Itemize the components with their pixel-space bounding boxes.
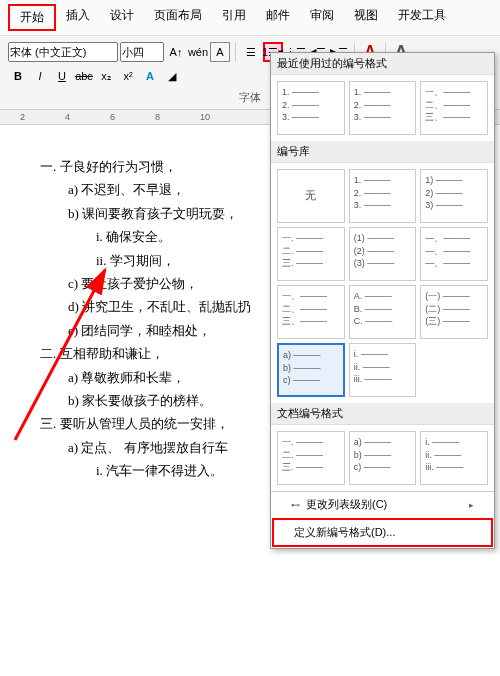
list-format-preview[interactable]: a) ———b) ———c) ———	[277, 343, 345, 397]
list-format-preview[interactable]: a) ———b) ———c) ———	[349, 431, 417, 485]
text-effects-icon[interactable]: A	[140, 66, 160, 86]
list-format-preview[interactable]: A. ———B. ———C. ———	[349, 285, 417, 339]
panel-footer: ⊷ 更改列表级别(C) ▸ 定义新编号格式(D)...	[271, 491, 494, 547]
section-library-title: 编号库	[271, 141, 494, 163]
list-format-preview[interactable]: 1. ———2. ———3. ———	[349, 169, 417, 223]
increase-font-icon[interactable]: A↑	[166, 42, 186, 62]
menubar-item-2[interactable]: 设计	[100, 4, 144, 31]
menubar-item-4[interactable]: 引用	[212, 4, 256, 31]
chevron-icon: ⊷	[291, 500, 300, 510]
list-format-preview[interactable]: 1. ———2. ———3. ———	[277, 81, 345, 135]
define-new-label: 定义新编号格式(D)...	[294, 525, 395, 540]
phonetic-guide-icon[interactable]: wén	[188, 42, 208, 62]
clear-format-icon[interactable]: ◢	[162, 66, 182, 86]
chevron-right-icon: ▸	[469, 500, 474, 510]
section-doc-title: 文档编号格式	[271, 403, 494, 425]
section-recent-title: 最近使用过的编号格式	[271, 53, 494, 75]
bold-icon[interactable]: B	[8, 66, 28, 86]
list-format-preview[interactable]: i. ———ii. ———iii. ———	[349, 343, 417, 397]
library-grid: 无1. ———2. ———3. ———1) ———2) ———3) ———一. …	[271, 163, 494, 403]
change-list-level-item[interactable]: ⊷ 更改列表级别(C) ▸	[271, 492, 494, 517]
bullet-list-icon[interactable]: ☰	[241, 42, 261, 62]
list-format-preview[interactable]: (1) ———(2) ———(3) ———	[349, 227, 417, 281]
subscript-icon[interactable]: x₂	[96, 66, 116, 86]
define-new-format-item[interactable]: 定义新编号格式(D)...	[272, 518, 493, 547]
char-border-icon[interactable]: A	[210, 42, 230, 62]
ruler-mark: 6	[110, 112, 115, 122]
menubar-item-7[interactable]: 视图	[344, 4, 388, 31]
ruler-mark: 10	[200, 112, 210, 122]
list-format-preview[interactable]: i. ———ii. ———iii. ———	[420, 431, 488, 485]
menubar-item-6[interactable]: 审阅	[300, 4, 344, 31]
font-size-select[interactable]	[120, 42, 164, 62]
menubar-item-0[interactable]: 开始	[8, 4, 56, 31]
numbering-dropdown-panel: 最近使用过的编号格式 1. ———2. ———3. ———1. ———2. ——…	[270, 52, 495, 549]
ruler-mark: 4	[65, 112, 70, 122]
superscript-icon[interactable]: x²	[118, 66, 138, 86]
menubar-item-5[interactable]: 邮件	[256, 4, 300, 31]
list-format-preview[interactable]: 一、———二、———三、———	[420, 81, 488, 135]
strikethrough-icon[interactable]: abc	[74, 66, 94, 86]
list-format-preview[interactable]: 一. ———二. ———三. ———	[277, 227, 345, 281]
menubar-item-8[interactable]: 开发工具	[388, 4, 456, 31]
ruler-mark: 2	[20, 112, 25, 122]
menubar-item-3[interactable]: 页面布局	[144, 4, 212, 31]
list-format-preview[interactable]: (一) ———(二) ———(三) ———	[420, 285, 488, 339]
italic-icon[interactable]: I	[30, 66, 50, 86]
list-format-preview[interactable]: 一、———二、———三、———	[277, 285, 345, 339]
list-format-preview[interactable]: 1) ———2) ———3) ———	[420, 169, 488, 223]
doc-grid: 一. ———二. ———三. ———a) ———b) ———c) ———i. —…	[271, 425, 494, 491]
list-format-preview[interactable]: 无	[277, 169, 345, 223]
list-format-preview[interactable]: 1. ———2. ———3. ———	[349, 81, 417, 135]
recent-grid: 1. ———2. ———3. ———1. ———2. ———3. ———一、——…	[271, 75, 494, 141]
menubar-item-1[interactable]: 插入	[56, 4, 100, 31]
underline-icon[interactable]: U	[52, 66, 72, 86]
list-format-preview[interactable]: —、————、————、———	[420, 227, 488, 281]
ruler-mark: 8	[155, 112, 160, 122]
list-format-preview[interactable]: 一. ———二. ———三. ———	[277, 431, 345, 485]
font-name-select[interactable]	[8, 42, 118, 62]
change-level-label: 更改列表级别(C)	[306, 497, 387, 512]
menubar: 开始插入设计页面布局引用邮件审阅视图开发工具	[0, 0, 500, 36]
